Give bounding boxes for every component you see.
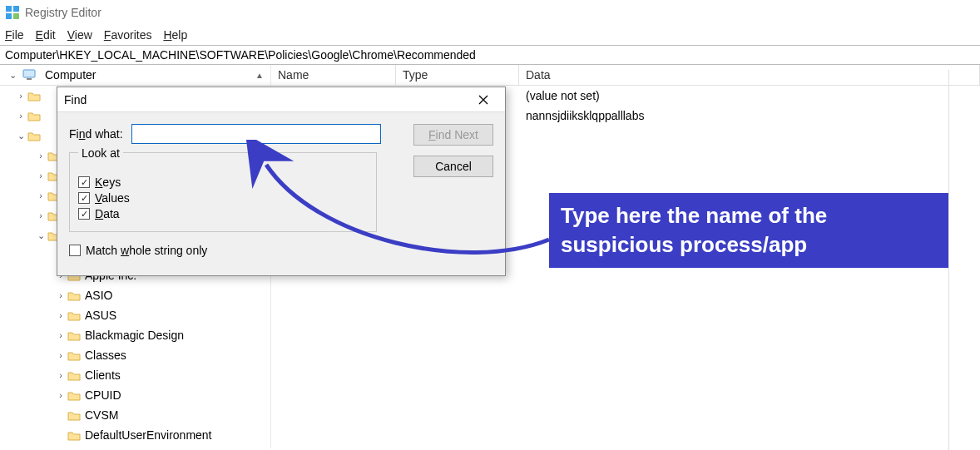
look-at-group: Look at Keys Values Data: [69, 152, 377, 232]
tree-item-label: CPUID: [85, 388, 121, 402]
tree-item-label: ASIO: [85, 289, 112, 302]
menu-file[interactable]: File: [5, 28, 24, 42]
column-header-type[interactable]: Type: [396, 65, 519, 85]
svg-rect-5: [27, 78, 32, 80]
checkbox-values[interactable]: [78, 192, 90, 204]
folder-icon: [27, 129, 42, 142]
chevron-right-icon[interactable]: ›: [35, 171, 47, 180]
checkbox-values-label: Values: [95, 191, 130, 205]
list-header: Name Type Data: [271, 65, 980, 86]
chevron-right-icon[interactable]: ›: [15, 111, 27, 121]
computer-icon: [22, 68, 38, 82]
callout-line2: suspicious process/app: [561, 230, 937, 260]
address-bar[interactable]: Computer\HKEY_LOCAL_MACHINE\SOFTWARE\Pol…: [0, 45, 980, 65]
folder-icon: [67, 368, 82, 382]
chevron-right-icon[interactable]: ›: [55, 390, 67, 400]
folder-icon: [67, 388, 82, 402]
find-what-input[interactable]: [131, 124, 381, 144]
folder-icon: [67, 309, 82, 322]
menu-favorites[interactable]: Favorites: [104, 28, 152, 42]
callout-line1: Type here the name of the: [561, 201, 937, 230]
folder-icon: [27, 89, 42, 102]
folder-icon: [67, 349, 82, 362]
chevron-right-icon[interactable]: ›: [35, 210, 47, 220]
svg-rect-3: [13, 13, 19, 19]
tree-item-label: DefaultUserEnvironment: [85, 428, 212, 442]
chevron-down-icon[interactable]: ⌄: [35, 230, 47, 241]
chevron-right-icon[interactable]: ›: [55, 330, 67, 340]
chevron-right-icon[interactable]: ›: [35, 151, 47, 161]
address-text: Computer\HKEY_LOCAL_MACHINE\SOFTWARE\Pol…: [5, 48, 476, 62]
dialog-title: Find: [64, 93, 87, 106]
checkbox-data-row[interactable]: Data: [78, 207, 368, 220]
checkbox-data-label: Data: [95, 207, 120, 220]
close-button[interactable]: [468, 90, 498, 110]
column-header-data[interactable]: Data: [519, 65, 980, 85]
folder-icon: [67, 428, 82, 442]
find-what-label: Find what:: [69, 127, 123, 141]
svg-rect-2: [6, 13, 12, 19]
chevron-right-icon[interactable]: ›: [55, 370, 67, 380]
chevron-down-icon[interactable]: ⌄: [15, 131, 27, 141]
menubar: File Edit View Favorites Help: [0, 25, 980, 45]
tree-root-label: Computer: [45, 68, 96, 82]
tree-item-label: Blackmagic Design: [85, 329, 184, 342]
close-icon: [478, 95, 488, 105]
chevron-right-icon[interactable]: ›: [35, 190, 47, 200]
tree-item-label: Classes: [85, 349, 126, 362]
svg-rect-0: [6, 6, 12, 12]
checkbox-match-label: Match whole string only: [86, 244, 207, 257]
look-at-legend: Look at: [78, 146, 123, 160]
folder-icon: [67, 408, 82, 422]
tree-item-label: CVSM: [85, 408, 118, 422]
find-next-button[interactable]: Find Next: [413, 124, 493, 146]
checkbox-keys[interactable]: [78, 176, 90, 188]
checkbox-keys-label: Keys: [95, 176, 121, 189]
dialog-titlebar[interactable]: Find: [57, 87, 505, 112]
scrollbar-edge: [948, 70, 949, 450]
cancel-button[interactable]: Cancel: [413, 156, 493, 177]
window-titlebar: Registry Editor: [0, 0, 980, 25]
folder-icon: [67, 329, 82, 342]
chevron-right-icon[interactable]: ›: [55, 310, 67, 320]
annotation-callout: Type here the name of the suspicious pro…: [549, 193, 948, 268]
regedit-icon: [5, 5, 20, 20]
checkbox-keys-row[interactable]: Keys: [78, 176, 368, 189]
tree-item-label: Clients: [85, 368, 121, 382]
list-cell-data: nannsjdiiksklqppalllabs: [519, 107, 980, 124]
sort-indicator-icon: ▲: [255, 71, 264, 80]
chevron-right-icon[interactable]: ›: [55, 350, 67, 360]
menu-help[interactable]: Help: [163, 28, 187, 42]
chevron-right-icon[interactable]: ›: [55, 290, 67, 300]
tree-item-label: ASUS: [85, 309, 116, 322]
column-header-name[interactable]: Name: [271, 65, 396, 85]
list-cell-data: (value not set): [519, 87, 980, 104]
folder-icon: [27, 109, 42, 122]
expander-icon[interactable]: ⌄: [7, 70, 18, 81]
chevron-right-icon[interactable]: ›: [15, 91, 27, 101]
folder-icon: [67, 289, 82, 302]
svg-rect-1: [13, 6, 19, 12]
menu-edit[interactable]: Edit: [36, 28, 56, 42]
menu-view[interactable]: View: [67, 28, 92, 42]
svg-rect-4: [23, 70, 35, 77]
window-title: Registry Editor: [25, 6, 101, 19]
checkbox-data[interactable]: [78, 208, 90, 220]
checkbox-values-row[interactable]: Values: [78, 191, 368, 205]
checkbox-match-whole[interactable]: [69, 245, 81, 256]
find-dialog: Find Find what: Look at Keys Values Data: [57, 87, 506, 276]
tree-header: ⌄ Computer ▲: [0, 65, 270, 86]
checkbox-match-row[interactable]: Match whole string only: [69, 244, 493, 257]
